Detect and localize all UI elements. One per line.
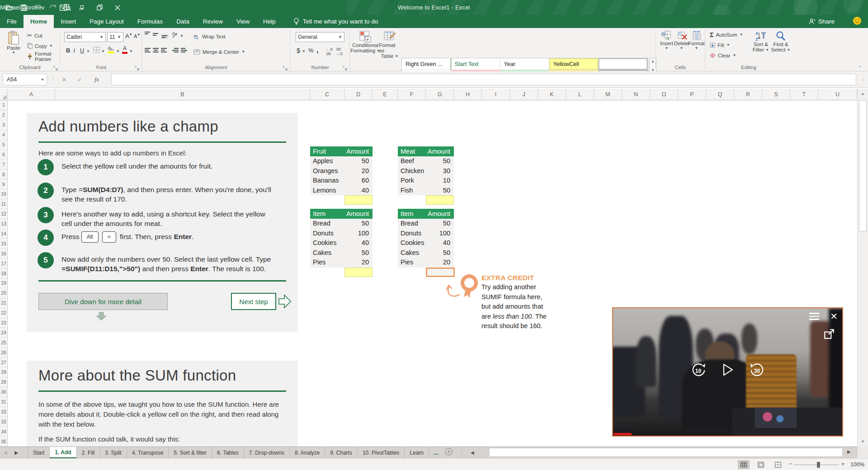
row-header-31[interactable]: 31 [0, 397, 7, 407]
row-header-3[interactable]: 3 [0, 120, 7, 130]
sheet-tab-6-tables[interactable]: 6. Tables [212, 447, 244, 458]
column-header-F[interactable]: F [398, 89, 426, 100]
bottom-align-icon[interactable] [161, 34, 168, 39]
font-size-combo[interactable]: 11▼ [107, 32, 123, 42]
row-header-24[interactable]: 24 [0, 328, 7, 338]
insert-function-icon[interactable]: fx [91, 74, 102, 85]
scroll-down-icon[interactable]: ▼ [858, 437, 868, 446]
open-icon[interactable] [5, 4, 14, 12]
tab-scroll-right-icon[interactable]: ▶ [11, 447, 22, 458]
new-sheet-icon[interactable] [445, 448, 453, 457]
sheet-tab-3-split[interactable]: 3. Split [100, 447, 127, 458]
accounting-format-icon[interactable]: $ [297, 47, 300, 54]
align-right-icon[interactable] [161, 48, 167, 52]
column-header-L[interactable]: L [566, 89, 594, 100]
middle-align-icon[interactable] [153, 33, 158, 36]
column-header-Q[interactable]: Q [706, 89, 734, 100]
decrease-decimal-icon[interactable]: .00→.0 [335, 47, 343, 56]
next-step-button[interactable]: Next step [231, 293, 276, 310]
gallery-up-icon[interactable]: ▲ [651, 59, 655, 63]
sheet-tab-7-drop-downs[interactable]: 7. Drop-downs [244, 447, 290, 458]
cell-style-start-text[interactable]: Start Text [451, 58, 500, 70]
row-header-13[interactable]: 13 [0, 219, 7, 229]
video-close-icon[interactable]: ✕ [830, 312, 838, 321]
zoom-slider-thumb[interactable] [817, 462, 820, 468]
row-header-6[interactable]: 6 [0, 150, 7, 160]
row-header-7[interactable]: 7 [0, 160, 7, 169]
video-popout-icon[interactable] [823, 328, 835, 342]
table-row[interactable]: Cakes50 [310, 248, 373, 258]
column-header-I[interactable]: I [482, 89, 510, 100]
column-header-G[interactable]: G [426, 89, 454, 100]
row-header-25[interactable]: 25 [0, 338, 7, 348]
scroll-up-icon[interactable]: ▲ [858, 89, 868, 99]
sheet-tab-8-analyze[interactable]: 8. Analyze [290, 447, 325, 458]
sheet-tab-start[interactable]: Start [28, 447, 50, 458]
row-header-21[interactable]: 21 [0, 298, 7, 308]
underline-dropdown-icon[interactable]: ▼ [86, 49, 90, 53]
clear-dropdown-icon[interactable]: ▼ [732, 53, 736, 57]
row-header-16[interactable]: 16 [0, 249, 7, 258]
table-row[interactable]: Fish50 [398, 186, 454, 196]
copy-dropdown-icon[interactable]: ▼ [49, 44, 53, 48]
table-row[interactable]: Pies20 [310, 258, 373, 268]
sheet-tab-10-pivottables[interactable]: 10. PivotTables [358, 447, 405, 458]
column-header-T[interactable]: T [790, 89, 818, 100]
ribbon-tab-review[interactable]: Review [196, 15, 230, 28]
align-center-icon[interactable] [153, 48, 159, 52]
tab-overflow-ellipsis[interactable]: ... [434, 449, 439, 456]
yellow-formula-cell[interactable] [426, 195, 454, 205]
row-header-9[interactable]: 9 [0, 179, 7, 189]
row-header-26[interactable]: 26 [0, 348, 7, 357]
sheet-tab-2-fill[interactable]: 2. Fill [77, 447, 100, 458]
table-row[interactable]: Cookies40 [310, 238, 373, 248]
video-player[interactable]: 10 30 ✕ [612, 307, 843, 437]
ribbon-tab-formulas[interactable]: Formulas [131, 15, 170, 28]
row-header-19[interactable]: 19 [0, 278, 7, 288]
table-row[interactable]: Apples50 [310, 156, 373, 166]
zoom-slider-track[interactable] [794, 465, 839, 465]
table-row[interactable]: Bread50 [310, 219, 373, 229]
tab-scroll-left-icon[interactable]: ◀ [0, 447, 11, 458]
font-color-icon[interactable]: A [122, 45, 127, 54]
page-break-view-icon[interactable] [772, 460, 784, 469]
column-header-H[interactable]: H [454, 89, 482, 100]
row-header-1[interactable]: 1 [0, 100, 7, 110]
hscroll-right-icon[interactable]: ▶ [847, 449, 851, 454]
number-dialog-launcher-icon[interactable] [343, 65, 348, 70]
confirm-entry-icon[interactable]: ✓ [74, 74, 85, 85]
row-header-4[interactable]: 4 [0, 130, 7, 140]
table-row[interactable]: Beef50 [398, 156, 454, 166]
column-header-B[interactable]: B [55, 89, 310, 100]
table-row[interactable]: Donuts100 [310, 229, 373, 239]
column-header-M[interactable]: M [594, 89, 622, 100]
yellow-formula-cell[interactable] [344, 268, 373, 277]
increase-indent-icon[interactable]: ▸ [181, 48, 188, 52]
increase-decimal-icon[interactable]: ←.0.00 [326, 47, 333, 56]
vertical-scroll-thumb[interactable] [859, 100, 867, 231]
row-header-12[interactable]: 12 [0, 209, 7, 219]
clear-button[interactable]: Clear▼ [710, 52, 736, 59]
normal-view-icon[interactable] [738, 460, 750, 469]
sheet-tab-1-add[interactable]: 1. Add [50, 447, 76, 458]
merge-center-button[interactable]: Merge & Center▼ [193, 48, 245, 56]
delete-cells-button[interactable]: Delete▼ [675, 31, 689, 50]
rewind-10-button[interactable]: 10 [690, 362, 707, 379]
select-all-corner[interactable] [0, 89, 8, 100]
bold-button[interactable]: B [66, 47, 70, 54]
row-header-18[interactable]: 18 [0, 268, 7, 278]
forward-30-button[interactable]: 30 [749, 362, 765, 379]
cell-style-blank[interactable] [599, 58, 648, 70]
row-header-28[interactable]: 28 [0, 367, 7, 377]
formula-bar-drag-dots[interactable]: ⋮ [51, 76, 56, 82]
video-progress-bar[interactable] [613, 433, 632, 435]
table-row[interactable]: Cookies40 [398, 238, 454, 248]
row-header-34[interactable]: 34 [0, 427, 7, 437]
yellow-formula-cell[interactable] [344, 195, 373, 205]
table-row[interactable]: Cakes50 [398, 248, 454, 258]
row-header-17[interactable]: 17 [0, 258, 7, 268]
column-header-U[interactable]: U [818, 89, 857, 100]
ribbon-tab-data[interactable]: Data [170, 15, 196, 28]
row-header-11[interactable]: 11 [0, 199, 7, 209]
column-header-C[interactable]: C [310, 89, 344, 100]
